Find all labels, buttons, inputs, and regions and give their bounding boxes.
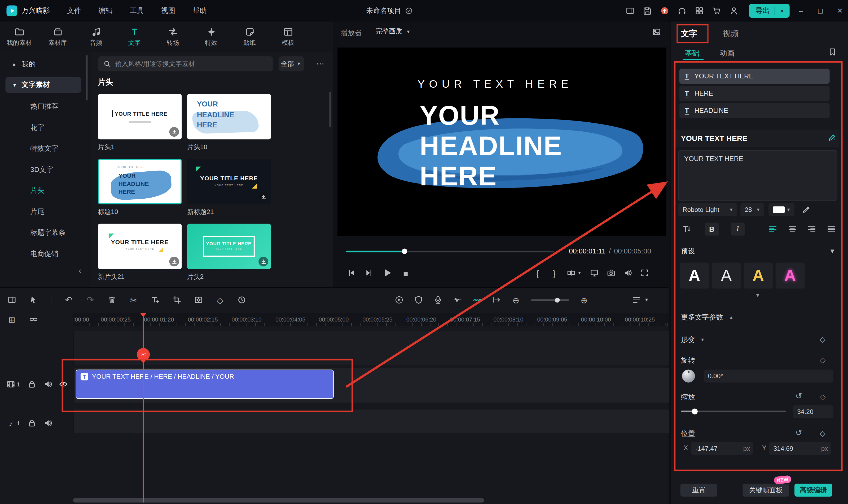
lock-track-icon[interactable] (28, 419, 36, 428)
ai-edit-icon[interactable] (828, 133, 837, 142)
menu-file[interactable]: 文件 (67, 6, 81, 16)
add-track-icon[interactable]: ⊞ (8, 315, 16, 324)
keyframe-panel-button[interactable]: 关键帧面板 (743, 484, 789, 497)
presets-collapse-icon[interactable]: ▾ (828, 246, 837, 255)
position-y-input[interactable]: 314.69px (769, 442, 831, 455)
italic-button[interactable]: I (730, 223, 745, 236)
export-caret-icon[interactable]: ▾ (779, 6, 785, 15)
lock-track-icon[interactable] (28, 380, 36, 389)
rotate-knob[interactable] (682, 370, 695, 382)
template-thumbnail[interactable]: YOUR TITLE HERE (98, 94, 181, 139)
tab-my-media[interactable]: 我的素材 (0, 22, 38, 52)
sidebar-scrollbar[interactable] (86, 55, 87, 101)
playhead-split-button[interactable]: ✂ (137, 348, 150, 361)
track-height-icon[interactable] (632, 295, 641, 304)
zoom-slider-handle[interactable] (555, 298, 559, 302)
timeline-horizontal-scrollbar[interactable] (73, 498, 484, 502)
template-card-2[interactable]: YOURHEADLINEHERE 片头10 (187, 94, 271, 152)
template-thumbnail[interactable]: YOUR TITLE HERE YOUR TEXT HERE (187, 224, 271, 269)
render-preview-icon[interactable] (395, 295, 403, 304)
position-x-input[interactable]: -147.47px (691, 442, 754, 455)
text-orientation-icon[interactable] (682, 225, 691, 234)
text-content-input[interactable]: YOUR TEXT HERE (678, 150, 837, 201)
bold-button[interactable]: B (705, 223, 719, 236)
undo-icon[interactable]: ↶ (65, 295, 73, 304)
track-manage-icon[interactable] (8, 295, 16, 304)
second-monitor-button[interactable] (590, 269, 599, 277)
template-card-3-selected[interactable]: YOUR TEXT HERE YOURHEADLINEHERE 标题10 (98, 159, 181, 217)
select-tool-icon[interactable] (29, 295, 38, 304)
sidebar-group-text-assets[interactable]: ▾ 文字素材 (5, 77, 81, 93)
record-voiceover-icon[interactable] (434, 295, 443, 304)
seek-handle[interactable] (402, 248, 407, 254)
presets-expand-strip[interactable]: ▾ (678, 292, 837, 298)
layer-item-2[interactable]: T HERE (679, 86, 829, 101)
scale-slider-handle[interactable] (692, 408, 697, 414)
library-scrollbar[interactable] (329, 92, 331, 127)
more-text-params-toggle[interactable]: 更多文字参数 ▴ (681, 312, 735, 322)
font-family-select[interactable]: Roboto Light ▾ (678, 203, 737, 216)
more-options-button[interactable]: ⋯ (314, 56, 327, 71)
sidebar-item-mine[interactable]: ▸ 我的 (0, 57, 91, 71)
sidebar-item-lower-thirds[interactable]: 标题字幕条 (0, 225, 91, 241)
split-preview-button[interactable]: ▾ (567, 269, 582, 277)
menu-help[interactable]: 帮助 (192, 6, 207, 16)
timeline-ruler[interactable]: :00:00 00:00:00:25 00:00:01:20 00:00:02:… (73, 313, 668, 326)
seek-bar[interactable] (346, 250, 554, 252)
speed-icon[interactable] (238, 295, 246, 304)
mark-out-button[interactable]: } (550, 269, 559, 277)
maximize-button[interactable]: □ (812, 0, 828, 22)
search-bar[interactable]: 输入风格/用途等搜文字素材 (98, 56, 273, 71)
sidebar-item-fancy-text[interactable]: 花字 (0, 120, 91, 136)
preview-headline[interactable]: YOUR HEADLINE HERE (420, 101, 562, 191)
fullscreen-button[interactable] (640, 269, 649, 277)
sidebar-item-openers[interactable]: 片头 (0, 183, 91, 199)
tab-transitions[interactable]: 转场 (154, 22, 192, 52)
app-logo-icon[interactable] (6, 5, 17, 16)
mute-track-icon[interactable] (44, 419, 53, 428)
align-right-button[interactable] (805, 223, 818, 236)
tab-text-properties[interactable]: 文字 (681, 29, 697, 39)
menu-tools[interactable]: 工具 (130, 6, 144, 16)
collapse-sidebar-button[interactable]: ‹ (75, 265, 86, 276)
advanced-edit-button[interactable]: 高级编辑 (794, 484, 832, 497)
tab-templates[interactable]: 模板 (269, 22, 307, 52)
layer-item-3[interactable]: T HEADLINE (679, 103, 829, 119)
compare-view-icon[interactable] (652, 28, 661, 36)
account-icon[interactable] (729, 6, 738, 15)
position-reset-icon[interactable]: ↺ (794, 428, 803, 437)
align-center-button[interactable] (786, 223, 799, 236)
audio-track-lane[interactable] (73, 410, 669, 433)
auto-ripple-icon[interactable] (492, 295, 501, 304)
mark-in-button[interactable]: { (533, 269, 542, 277)
template-thumbnail[interactable]: YOUR TITLE HERE YOUR TEXT HERE (98, 224, 181, 269)
template-thumbnail[interactable]: YOURHEADLINEHERE (187, 94, 271, 139)
play-button[interactable] (382, 268, 393, 278)
position-keyframe-icon[interactable]: ◇ (818, 429, 827, 438)
sidebar-item-3d-text[interactable]: 3D文字 (0, 162, 91, 178)
rotate-keyframe-icon[interactable]: ◇ (818, 356, 827, 364)
zoom-in-icon[interactable]: ⊕ (580, 295, 588, 304)
next-frame-button[interactable] (364, 269, 373, 277)
sidebar-item-ecommerce[interactable]: 电商促销 (0, 246, 91, 262)
download-button[interactable] (258, 257, 268, 267)
export-button[interactable]: 导出 ▾ (749, 4, 790, 18)
preset-tile-light[interactable]: A (712, 263, 741, 289)
eyedropper-icon[interactable] (802, 205, 811, 214)
tab-video-properties[interactable]: 视频 (723, 29, 739, 39)
minimize-button[interactable]: – (793, 0, 809, 22)
volume-button[interactable] (623, 269, 632, 277)
stop-button[interactable]: ■ (401, 269, 410, 277)
rotate-value-input[interactable]: 0.00° (704, 370, 833, 382)
sidebar-item-hot[interactable]: 热门推荐 (0, 98, 91, 114)
mask-icon[interactable] (414, 295, 423, 304)
download-button[interactable] (169, 127, 179, 137)
quality-dropdown[interactable]: 完整画质 ▾ (375, 27, 411, 36)
align-left-button[interactable] (766, 223, 779, 236)
snapshot-button[interactable] (607, 269, 616, 277)
motion-track-icon[interactable] (194, 295, 203, 304)
transform-keyframe-icon[interactable]: ◇ (818, 335, 827, 344)
tab-stock-library[interactable]: 素材库 (38, 22, 77, 52)
denoise-icon[interactable] (473, 295, 481, 304)
download-button[interactable] (169, 257, 179, 267)
